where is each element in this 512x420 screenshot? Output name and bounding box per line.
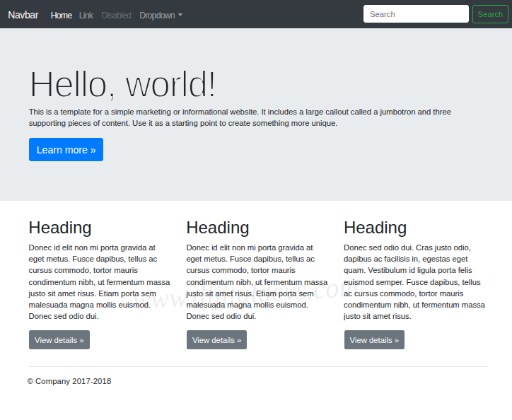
svg-text:Hello, world!: Hello, world! <box>29 64 216 105</box>
